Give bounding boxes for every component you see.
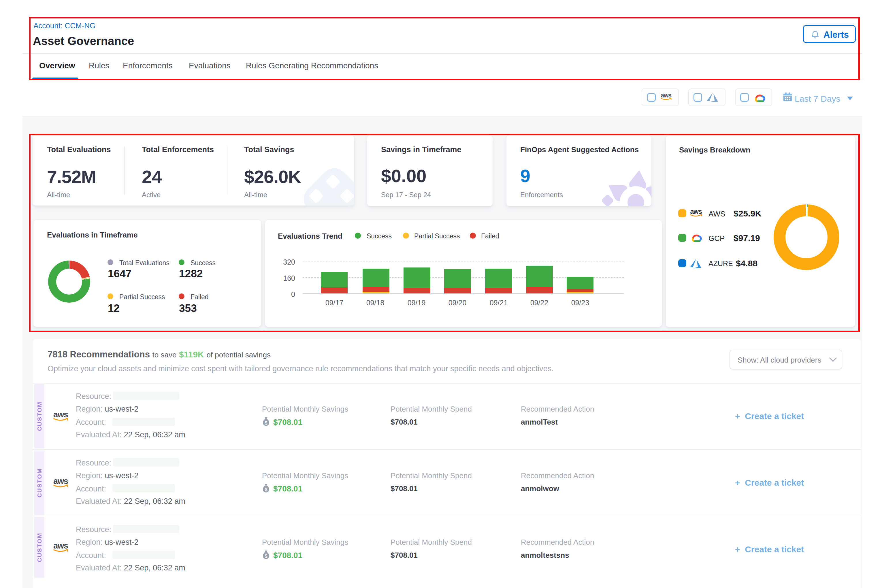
- svg-text:$: $: [265, 487, 267, 492]
- svg-text:aws: aws: [690, 208, 702, 215]
- svg-text:$: $: [265, 554, 267, 559]
- svg-text:aws: aws: [53, 477, 68, 486]
- svg-text:aws: aws: [53, 410, 68, 419]
- svg-text:$: $: [265, 420, 267, 425]
- svg-text:aws: aws: [53, 541, 68, 550]
- svg-text:aws: aws: [661, 92, 671, 99]
